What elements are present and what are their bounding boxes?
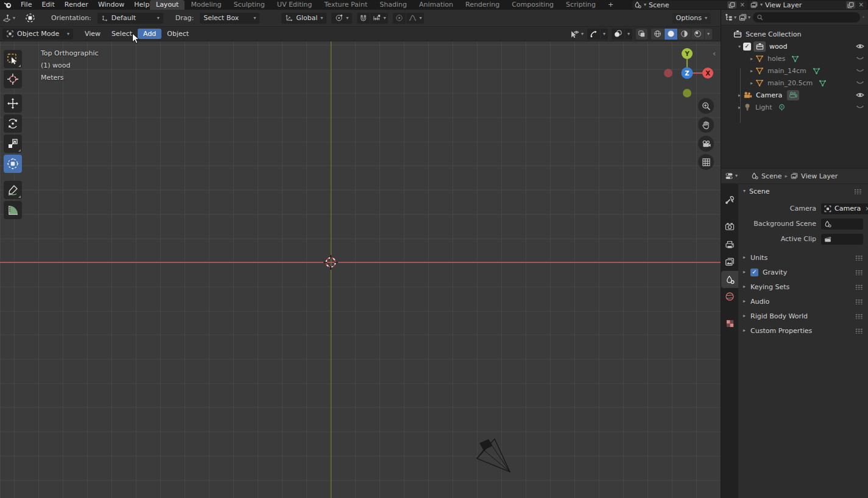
filter-funnel-icon[interactable] (863, 13, 864, 21)
workspace-tab-shading[interactable]: Shading (373, 0, 413, 10)
drag-handle-icon[interactable] (855, 328, 863, 334)
breadcrumb-scene[interactable]: Scene (761, 172, 782, 180)
shading-material-button[interactable] (678, 29, 691, 40)
collection-checkbox[interactable]: ✓ (743, 43, 751, 51)
options-dropdown[interactable]: Options ▾ (672, 13, 711, 24)
outliner-row-light[interactable]: ▸ Light (721, 101, 868, 113)
properties-editor-type-dropdown[interactable]: ▾ (725, 172, 738, 180)
section-audio[interactable]: ▸ Audio (738, 294, 868, 309)
menu-object[interactable]: Object (161, 29, 194, 39)
tab-texture[interactable] (721, 315, 738, 332)
panel-expand-icon[interactable]: ▾ (743, 189, 746, 194)
tab-world[interactable] (721, 288, 738, 305)
tool-scale[interactable] (4, 135, 22, 153)
section-units[interactable]: ▸ Units (738, 250, 868, 265)
sidebar-collapse-arrow[interactable]: ‹ (713, 49, 716, 58)
eye-closed-icon[interactable] (856, 79, 864, 87)
tab-tool[interactable] (721, 191, 738, 208)
perspective-toggle-button[interactable] (698, 154, 714, 170)
unlink-scene-icon[interactable]: × (739, 2, 746, 8)
drag-dropdown[interactable]: Select Box ▾ (200, 13, 259, 24)
outliner-row-main-20-5cm[interactable]: ▸ main_20.5cm (721, 77, 868, 89)
gizmo-negative-x[interactable] (664, 69, 672, 77)
tab-render[interactable] (721, 218, 738, 235)
shading-wireframe-button[interactable] (651, 29, 664, 40)
camera-field[interactable]: Camera × (821, 203, 868, 214)
expand-icon[interactable]: ▸ (748, 68, 755, 74)
drag-handle-icon[interactable] (855, 314, 863, 319)
eye-closed-icon[interactable] (856, 66, 864, 75)
outliner-row-holes[interactable]: ▸ holes (721, 52, 868, 65)
tool-measure[interactable] (4, 201, 22, 219)
eye-closed-icon[interactable] (856, 54, 864, 63)
outliner-row-scene-collection[interactable]: Scene Collection (721, 28, 868, 40)
outliner-search[interactable] (753, 12, 860, 23)
scene-panel-header[interactable]: ▾ Scene (738, 184, 868, 198)
tab-view-layer[interactable] (721, 253, 738, 270)
proportional-falloff-dropdown[interactable]: ▾ (406, 13, 424, 24)
menu-edit[interactable]: Edit (37, 0, 59, 10)
snap-with-dropdown[interactable]: ▾ (370, 13, 388, 24)
tool-annotate[interactable] (4, 181, 22, 199)
drag-handle-icon[interactable] (855, 270, 863, 275)
gravity-checkbox[interactable]: ✓ (750, 268, 758, 276)
workspace-tab-texture-paint[interactable]: Texture Paint (318, 0, 373, 10)
menu-window[interactable]: Window (93, 0, 129, 10)
expand-icon[interactable]: ▸ (736, 93, 743, 98)
tool-rotate[interactable] (4, 114, 22, 133)
breadcrumb-view-layer[interactable]: View Layer (801, 172, 838, 180)
tool-cursor[interactable] (4, 70, 22, 88)
drag-handle-icon[interactable] (855, 255, 863, 261)
object-visibility-dropdown[interactable]: ▾ (570, 29, 584, 38)
mode-dropdown[interactable]: Object Mode ▾ (2, 29, 73, 40)
add-workspace-button[interactable]: + (602, 0, 619, 10)
search-input[interactable] (766, 13, 856, 22)
tool-transform[interactable] (4, 155, 22, 173)
section-custom-properties[interactable]: ▸ Custom Properties (738, 323, 868, 338)
drag-handle-icon[interactable] (855, 299, 863, 304)
section-gravity[interactable]: ▸ ✓ Gravity (738, 265, 868, 279)
shading-dropdown[interactable]: ▾ (705, 29, 712, 40)
proportional-edit-toggle[interactable] (393, 13, 406, 24)
show-gizmo-toggle[interactable] (587, 29, 600, 40)
eye-open-icon[interactable] (856, 42, 864, 51)
camera-view-button[interactable] (698, 136, 714, 152)
transform-orientation-dropdown[interactable]: Global ▾ (281, 13, 326, 24)
new-view-layer-button[interactable] (846, 1, 855, 9)
drag-handle-icon[interactable] (855, 284, 863, 290)
outliner-row-main-14cm[interactable]: ▸ main_14cm (721, 65, 868, 77)
view-layer-selector[interactable]: ▾ View Layer × (749, 1, 867, 9)
active-clip-field[interactable] (821, 234, 863, 245)
workspace-tab-animation[interactable]: Animation (413, 0, 459, 10)
viewport-canvas[interactable]: Top Orthographic (1) wood Meters Y Z X (0, 41, 721, 498)
menu-render[interactable]: Render (60, 0, 93, 10)
orientation-dropdown[interactable]: Default ▾ (97, 13, 163, 24)
expand-icon[interactable]: ▸ (736, 105, 743, 110)
outliner-filter-dropdown[interactable]: ▾ (725, 13, 736, 21)
scene-selector[interactable]: ▾ Scene × (632, 1, 748, 9)
show-overlays-toggle[interactable] (612, 29, 624, 40)
expand-icon[interactable]: ▸ (748, 80, 755, 86)
shading-solid-button[interactable] (665, 29, 677, 40)
outliner-row-wood[interactable]: ▾ ✓ wood (721, 40, 868, 52)
clear-camera-icon[interactable]: × (864, 206, 868, 212)
remove-view-layer-icon[interactable]: × (858, 2, 865, 8)
tab-output[interactable] (721, 236, 738, 253)
expand-icon[interactable]: ▸ (748, 56, 755, 61)
workspace-tab-layout[interactable]: Layout (150, 0, 185, 10)
workspace-tab-sculpting[interactable]: Sculpting (227, 0, 270, 10)
tab-scene[interactable] (721, 271, 738, 288)
eye-open-icon[interactable] (856, 91, 864, 99)
drag-handle-icon[interactable] (854, 189, 862, 194)
workspace-tab-compositing[interactable]: Compositing (506, 0, 560, 10)
navigation-gizmo[interactable]: Y Z X (660, 44, 721, 102)
tool-select-box[interactable] (4, 50, 22, 68)
camera-object-wireframe[interactable] (470, 431, 519, 477)
workspace-tab-modeling[interactable]: Modeling (185, 0, 227, 10)
overlays-dropdown[interactable]: ▾ (625, 29, 632, 40)
expand-icon[interactable]: ▾ (736, 44, 743, 49)
background-scene-field[interactable] (821, 219, 863, 230)
editor-type-dropdown[interactable]: ▾ (2, 14, 15, 23)
workspace-tab-rendering[interactable]: Rendering (459, 0, 506, 10)
menu-file[interactable]: File (16, 0, 37, 10)
